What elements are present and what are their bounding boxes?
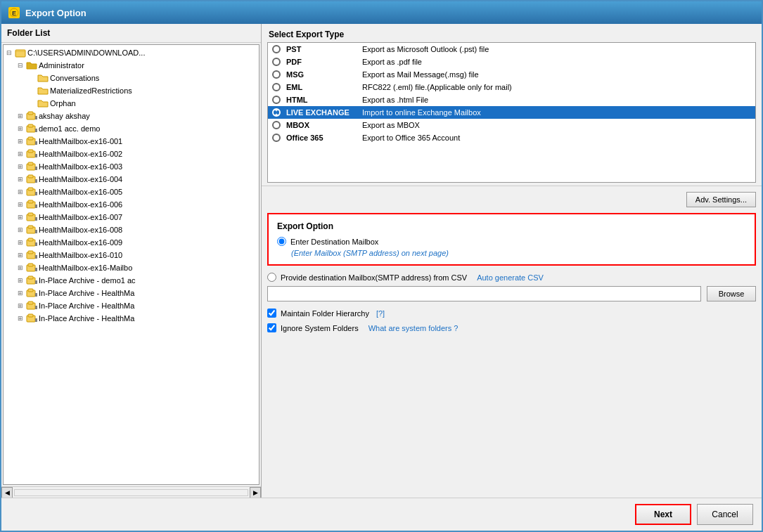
tree-item[interactable]: ⊞ HealthMailbox-ex16-002 bbox=[4, 148, 259, 160]
expand-icon[interactable]: ⊟ bbox=[15, 60, 26, 71]
tree-item[interactable]: ⊞ HealthMailbox-ex16-004 bbox=[4, 173, 259, 186]
ignore-system-folders-row: Ignore System Folders What are system fo… bbox=[267, 323, 756, 332]
csv-option[interactable]: Provide destination Mailbox(SMTP address… bbox=[267, 273, 756, 282]
maintain-folder-hierarchy-checkbox[interactable] bbox=[267, 309, 276, 318]
next-button[interactable]: Next bbox=[635, 504, 691, 525]
expand-icon[interactable]: ⊞ bbox=[15, 275, 26, 286]
enter-destination-option[interactable]: Enter Destination Mailbox bbox=[277, 237, 746, 246]
adv-settings-button[interactable]: Adv. Settings... bbox=[686, 192, 756, 207]
browse-button[interactable]: Browse bbox=[707, 286, 756, 301]
export-type-section: Select Export Type PST Export as Microso… bbox=[262, 24, 762, 186]
expand-icon[interactable]: ⊞ bbox=[15, 313, 26, 324]
expand-icon[interactable]: ⊞ bbox=[15, 287, 26, 299]
export-type-desc: Export as Microsoft Outlook (.pst) file bbox=[362, 45, 489, 53]
tree-item[interactable]: ⊞ In-Place Archive - HealthMa bbox=[4, 312, 259, 325]
scroll-left-btn[interactable]: ◀ bbox=[1, 487, 13, 498]
expand-icon[interactable]: ⊞ bbox=[15, 161, 26, 172]
tree-item[interactable]: ⊞ HealthMailbox-ex16-005 bbox=[4, 186, 259, 198]
expand-icon[interactable]: ⊞ bbox=[15, 249, 26, 261]
expand-icon[interactable]: ⊞ bbox=[15, 300, 26, 311]
svg-rect-18 bbox=[35, 167, 37, 170]
tree-item[interactable]: ⊞ HealthMailbox-ex16-001 bbox=[4, 135, 259, 148]
expand-icon[interactable]: ⊞ bbox=[15, 212, 26, 223]
svg-rect-48 bbox=[35, 293, 37, 297]
tree-item[interactable]: MaterializedRestrictions bbox=[4, 84, 259, 97]
main-content: Folder List ⊟ C:\USERS\ADMIN\DOWNLOAD...… bbox=[1, 24, 762, 498]
export-type-item[interactable]: PST Export as Microsoft Outlook (.pst) f… bbox=[268, 43, 755, 56]
tree-item[interactable]: ⊞ HealthMailbox-ex16-003 bbox=[4, 160, 259, 173]
expand-icon[interactable]: ⊞ bbox=[15, 224, 26, 235]
tree-item[interactable]: ⊞ HealthMailbox-ex16-Mailbo bbox=[4, 261, 259, 274]
tree-item[interactable]: Orphan bbox=[4, 97, 259, 110]
tree-item[interactable]: ⊟ C:\USERS\ADMIN\DOWNLOAD... bbox=[4, 46, 259, 59]
enter-destination-radio[interactable] bbox=[277, 237, 286, 246]
folder-tree[interactable]: ⊟ C:\USERS\ADMIN\DOWNLOAD...⊟ Administra… bbox=[3, 44, 259, 485]
svg-rect-50 bbox=[28, 301, 33, 304]
export-type-item[interactable]: MSG Export as Mail Message(.msg) file bbox=[268, 68, 755, 81]
expand-icon[interactable]: ⊞ bbox=[15, 148, 26, 160]
export-type-name: PDF bbox=[286, 58, 357, 66]
export-type-item[interactable]: LIVE EXCHANGE Import to online Exchange … bbox=[268, 106, 755, 119]
folder-icon bbox=[26, 313, 37, 323]
svg-rect-15 bbox=[35, 154, 37, 157]
expand-icon[interactable]: ⊟ bbox=[4, 47, 15, 58]
tree-item[interactable]: ⊞ In-Place Archive - HealthMa bbox=[4, 287, 259, 299]
tree-item-label: HealthMailbox-ex16-002 bbox=[39, 150, 122, 158]
expand-icon[interactable]: ⊞ bbox=[15, 110, 26, 122]
csv-path-input[interactable] bbox=[267, 286, 701, 301]
expand-icon[interactable]: ⊞ bbox=[15, 174, 26, 185]
export-type-name: PST bbox=[286, 45, 357, 53]
ignore-system-folders-checkbox[interactable] bbox=[267, 323, 276, 332]
export-type-item[interactable]: EML RFC822 (.eml) file.(Applicable only … bbox=[268, 81, 755, 93]
folder-icon bbox=[26, 275, 37, 285]
svg-rect-12 bbox=[35, 141, 37, 145]
tree-item-label: akshay akshay bbox=[39, 112, 90, 120]
right-panel: Select Export Type PST Export as Microso… bbox=[262, 24, 762, 498]
tree-item[interactable]: ⊞ HealthMailbox-ex16-010 bbox=[4, 249, 259, 261]
maintain-folder-help-link[interactable]: [?] bbox=[376, 309, 385, 318]
expand-icon[interactable]: ⊞ bbox=[15, 136, 26, 147]
csv-section: Provide destination Mailbox(SMTP address… bbox=[267, 273, 756, 301]
tree-item[interactable]: ⊞ HealthMailbox-ex16-009 bbox=[4, 236, 259, 249]
tree-item[interactable]: ⊞ HealthMailbox-ex16-006 bbox=[4, 198, 259, 211]
csv-radio[interactable] bbox=[267, 273, 276, 282]
tree-item[interactable]: ⊞ HealthMailbox-ex16-008 bbox=[4, 223, 259, 236]
expand-icon[interactable]: ⊞ bbox=[15, 186, 26, 197]
bottom-bar: Next Cancel bbox=[1, 498, 762, 531]
svg-rect-27 bbox=[35, 205, 37, 208]
cancel-button[interactable]: Cancel bbox=[697, 504, 753, 525]
expand-icon[interactable]: ⊞ bbox=[15, 237, 26, 248]
tree-item[interactable]: ⊞ HealthMailbox-ex16-007 bbox=[4, 211, 259, 223]
tree-item-label: HealthMailbox-ex16-001 bbox=[39, 137, 122, 145]
folder-icon bbox=[37, 73, 49, 83]
tree-item[interactable]: ⊞ akshay akshay bbox=[4, 110, 259, 122]
svg-rect-21 bbox=[35, 179, 37, 183]
scroll-right-btn[interactable]: ▶ bbox=[250, 487, 261, 498]
tree-item-label: Conversations bbox=[50, 74, 99, 82]
svg-rect-9 bbox=[35, 129, 37, 132]
expand-icon[interactable]: ⊞ bbox=[15, 123, 26, 134]
tree-item[interactable]: ⊞ demo1 acc. demo bbox=[4, 122, 259, 135]
export-type-item[interactable]: Office 365 Export to Office 365 Account bbox=[268, 131, 755, 144]
folder-icon bbox=[37, 98, 49, 108]
svg-rect-2 bbox=[15, 50, 25, 57]
expand-icon[interactable]: ⊞ bbox=[15, 262, 26, 273]
auto-generate-link[interactable]: Auto generate CSV bbox=[477, 273, 544, 282]
export-type-list[interactable]: PST Export as Microsoft Outlook (.pst) f… bbox=[267, 42, 756, 183]
tree-item[interactable]: Conversations bbox=[4, 72, 259, 84]
what-are-system-folders-link[interactable]: What are system folders ? bbox=[368, 324, 459, 332]
svg-rect-20 bbox=[28, 175, 33, 178]
expand-icon[interactable]: ⊞ bbox=[15, 199, 26, 210]
export-type-item[interactable]: HTML Export as .html File bbox=[268, 93, 755, 106]
tree-item-label: HealthMailbox-ex16-004 bbox=[39, 175, 122, 183]
folder-icon bbox=[26, 149, 37, 159]
tree-item[interactable]: ⊟ Administrator bbox=[4, 59, 259, 72]
svg-rect-32 bbox=[28, 226, 33, 228]
export-type-item[interactable]: PDF Export as .pdf file bbox=[268, 56, 755, 68]
tree-item[interactable]: ⊞ In-Place Archive - demo1 ac bbox=[4, 274, 259, 287]
csv-input-row: Browse bbox=[267, 286, 756, 301]
export-type-item[interactable]: MBOX Export as MBOX bbox=[268, 119, 755, 131]
svg-rect-35 bbox=[28, 238, 33, 241]
svg-rect-54 bbox=[35, 318, 37, 322]
tree-item[interactable]: ⊞ In-Place Archive - HealthMa bbox=[4, 299, 259, 312]
